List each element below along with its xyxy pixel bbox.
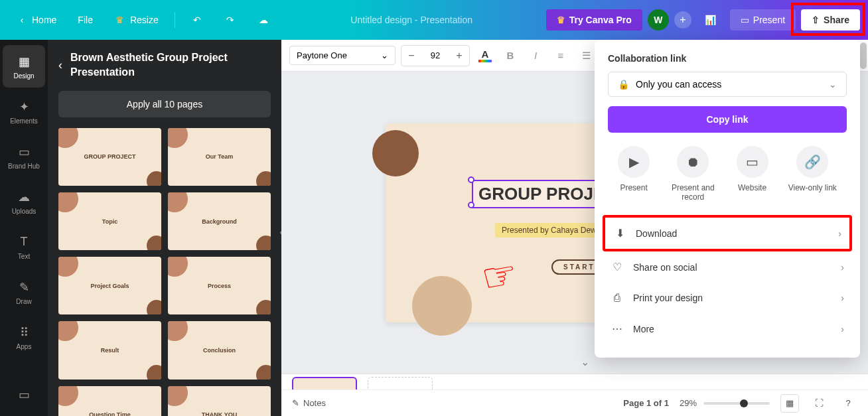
redo-button[interactable]: ↷ <box>216 9 244 31</box>
rail-design[interactable]: ▦ Design <box>3 45 45 88</box>
share-button[interactable]: ⇧ Share <box>801 9 860 31</box>
add-collaborator-button[interactable]: + <box>674 11 691 29</box>
zoom-slider[interactable] <box>703 402 770 405</box>
elements-icon: ✦ <box>16 99 32 115</box>
download-icon: ⬇ <box>613 227 626 240</box>
annotation-hand-icon: ☞ <box>478 249 521 301</box>
menu-label: Share on social <box>633 262 697 273</box>
thumb-item[interactable]: Our Team <box>168 128 271 186</box>
print-icon: ⎙ <box>611 292 624 304</box>
more-icon: ⋯ <box>611 322 624 335</box>
menu-more[interactable]: ⋯ More › <box>608 313 847 344</box>
present-button[interactable]: ▭ Present <box>730 9 796 31</box>
collapse-panel-button[interactable]: ‹ <box>273 212 281 252</box>
help-button[interactable]: ? <box>839 394 857 413</box>
thumb-item[interactable]: Conclusion <box>168 321 271 379</box>
action-present-record[interactable]: ⏺ Present and record <box>670 146 716 202</box>
action-view-only[interactable]: 🔗 View-only link <box>788 146 837 202</box>
resize-button[interactable]: ♛ Resize <box>106 9 167 31</box>
list-button[interactable]: ☰ <box>576 46 596 66</box>
link-icon: 🔗 <box>796 146 828 178</box>
chevron-down-icon: ⌄ <box>381 50 388 60</box>
font-select[interactable]: Paytone One ⌄ <box>289 46 396 65</box>
upload-icon: ⇧ <box>812 15 820 25</box>
rail-label: Elements <box>10 117 38 125</box>
thumb-item[interactable]: Process <box>168 257 271 314</box>
folder-icon: ▭ <box>16 387 32 403</box>
font-size-input[interactable] <box>421 50 449 60</box>
bold-button[interactable]: B <box>500 46 520 66</box>
lock-icon: 🔒 <box>618 79 629 90</box>
fullscreen-button[interactable]: ⛶ <box>810 394 828 413</box>
text-color-icon: A <box>482 48 489 60</box>
rail-folder[interactable]: ▭ <box>3 374 45 416</box>
thumb-item[interactable]: Question Time <box>58 386 161 416</box>
presentation-icon: ▭ <box>741 15 749 25</box>
apply-all-button[interactable]: Apply all 10 pages <box>58 91 271 117</box>
rail-brand-hub[interactable]: ▭ Brand Hub <box>3 135 45 178</box>
action-website[interactable]: ▭ Website <box>737 146 768 202</box>
thumb-item[interactable]: Project Goals <box>58 257 161 314</box>
selection-handle[interactable] <box>468 176 474 183</box>
collab-link-label: Collaboration link <box>608 53 847 64</box>
thumb-item[interactable]: Result <box>58 321 161 379</box>
action-present[interactable]: ▶ Present <box>618 146 650 202</box>
undo-button[interactable]: ↶ <box>183 9 211 31</box>
decorative-blob <box>412 276 472 336</box>
increase-size-button[interactable]: + <box>449 46 469 66</box>
scroll-down-button[interactable]: ⌄ <box>581 356 589 368</box>
menu-print[interactable]: ⎙ Print your design › <box>608 283 847 313</box>
copy-link-button[interactable]: Copy link <box>608 106 847 133</box>
notes-button[interactable]: ✎ Notes <box>292 398 326 408</box>
selection-handle[interactable] <box>468 202 474 208</box>
rail-uploads[interactable]: ☁ Uploads <box>3 180 45 223</box>
rail-label: Draw <box>16 298 31 305</box>
menu-download[interactable]: ⬇ Download › <box>603 215 852 251</box>
thumb-item[interactable]: THANK YOU <box>168 386 271 416</box>
cloud-button[interactable]: ☁ <box>250 9 277 31</box>
text-color-button[interactable]: A <box>475 46 495 66</box>
notes-icon: ✎ <box>292 398 299 408</box>
uploads-icon: ☁ <box>16 189 32 205</box>
zoom-handle[interactable] <box>740 399 748 407</box>
analytics-button[interactable]: 📊 <box>697 9 725 31</box>
home-label: Home <box>32 15 56 25</box>
rail-label: Design <box>13 72 34 80</box>
rail-label: Text <box>18 253 30 260</box>
file-button[interactable]: File <box>70 9 101 31</box>
thumb-item[interactable]: Topic <box>58 192 161 250</box>
document-title[interactable]: Untitled design - Presentation <box>283 15 541 25</box>
chevron-right-icon: › <box>841 262 844 273</box>
try-pro-button[interactable]: ♛ Try Canva Pro <box>546 9 642 31</box>
crown-icon: ♛ <box>114 14 126 26</box>
brand-icon: ▭ <box>16 144 32 160</box>
redo-icon: ↷ <box>224 14 236 26</box>
rail-elements[interactable]: ✦ Elements <box>3 90 45 133</box>
template-title: Brown Aesthetic Group Project Presentati… <box>70 50 271 80</box>
thumb-item[interactable]: GROUP PROJECT <box>58 128 161 186</box>
top-bar: ‹ Home File ♛ Resize ↶ ↷ ☁ Untitled desi… <box>0 0 868 40</box>
menu-label: Download <box>636 228 677 239</box>
avatar[interactable]: W <box>648 9 669 31</box>
rail-draw[interactable]: ✎ Draw <box>3 271 45 313</box>
thumb-item[interactable]: Background <box>168 192 271 250</box>
divider <box>175 12 175 28</box>
heart-icon: ♡ <box>611 261 624 273</box>
rail-text[interactable]: T Text <box>3 226 45 268</box>
slide-subtitle-text[interactable]: Presented by Cahaya Dewi <box>495 223 605 238</box>
grid-view-button[interactable]: ▦ <box>780 394 799 413</box>
menu-share-social[interactable]: ♡ Share on social › <box>608 251 847 283</box>
rail-apps[interactable]: ⠿ Apps <box>3 316 45 358</box>
home-button[interactable]: ‹ Home <box>8 9 64 31</box>
share-actions: ▶ Present ⏺ Present and record ▭ Website… <box>608 146 847 202</box>
italic-button[interactable]: I <box>526 46 545 66</box>
access-select[interactable]: 🔒 Only you can access ⌄ <box>608 72 847 97</box>
left-rail: ▦ Design ✦ Elements ▭ Brand Hub ☁ Upload… <box>0 40 48 416</box>
align-button[interactable]: ≡ <box>551 46 571 66</box>
decrease-size-button[interactable]: − <box>401 46 421 66</box>
share-label: Share <box>824 15 849 25</box>
scrollbar[interactable] <box>860 42 867 69</box>
back-button[interactable]: ‹ <box>58 58 62 72</box>
resize-label: Resize <box>130 15 159 25</box>
rail-label: Uploads <box>12 208 36 215</box>
